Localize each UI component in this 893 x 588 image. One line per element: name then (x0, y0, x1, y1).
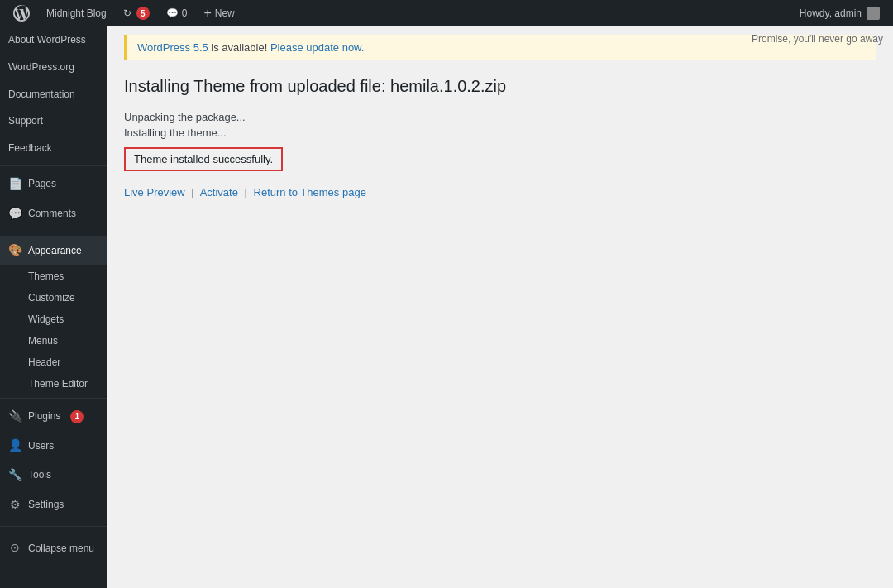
wporg-label: WordPress.org (8, 60, 74, 74)
tools-label: Tools (28, 468, 51, 482)
themes-label: Themes (28, 270, 64, 282)
update-notice-wp-link[interactable]: WordPress 5.5 (137, 41, 208, 54)
collapse-label: Collapse menu (28, 542, 94, 556)
adminbar-updates[interactable]: ↻ 5 (117, 0, 156, 26)
main-content: Promise, you'll never go away WordPress … (107, 26, 893, 588)
comments-count: 0 (182, 7, 188, 19)
settings-label: Settings (28, 498, 64, 512)
sidebar-item-tools[interactable]: 🔧 Tools (0, 461, 107, 490)
sidebar-subitem-customize[interactable]: Customize (0, 287, 107, 308)
plus-icon: + (203, 6, 211, 21)
adminbar-new[interactable]: + New (197, 0, 241, 26)
adminbar-wp-logo[interactable] (7, 0, 36, 26)
pages-label: Pages (28, 177, 56, 191)
separator1: | (191, 186, 193, 198)
new-label: New (215, 7, 235, 19)
sidebar-item-users[interactable]: 👤 Users (0, 431, 107, 461)
return-themes-link[interactable]: Return to Themes page (254, 186, 366, 198)
adminbar-site-name[interactable]: Midnight Blog (40, 0, 113, 26)
settings-icon: ⚙ (8, 497, 21, 514)
plugins-icon: 🔌 (8, 409, 21, 425)
sidebar-subitem-menus[interactable]: Menus (0, 330, 107, 351)
users-icon: 👤 (8, 437, 21, 454)
promise-notice: Promise, you'll never go away (742, 26, 893, 51)
sidebar-item-documentation[interactable]: Documentation (0, 81, 107, 108)
updates-count: 5 (136, 7, 150, 20)
sidebar-divider1 (0, 165, 107, 166)
appearance-label: Appearance (28, 244, 82, 258)
install-log: Unpacking the package... Installing the … (107, 104, 893, 179)
adminbar-comments[interactable]: 💬 0 (160, 0, 194, 26)
plugins-badge: 1 (70, 410, 84, 423)
appearance-icon: 🎨 (8, 242, 21, 259)
sidebar-subitem-widgets[interactable]: Widgets (0, 308, 107, 330)
page-title: Installing Theme from uploaded file: hem… (107, 69, 893, 104)
sidebar-divider3 (0, 398, 107, 399)
feedback-label: Feedback (8, 141, 52, 155)
action-links: Live Preview | Activate | Return to Them… (107, 179, 893, 205)
sidebar-item-support[interactable]: Support (0, 108, 107, 135)
site-name-label: Midnight Blog (46, 7, 107, 19)
comments-menu-label: Comments (28, 207, 76, 221)
sidebar-item-plugins[interactable]: 🔌 Plugins 1 (0, 402, 107, 432)
sidebar-item-appearance[interactable]: 🎨 Appearance (0, 236, 107, 265)
documentation-label: Documentation (8, 88, 75, 102)
log-line-install: Installing the theme... (124, 127, 876, 139)
admin-bar: Midnight Blog ↻ 5 💬 0 + New Howdy, admin (0, 0, 893, 26)
sidebar-item-settings[interactable]: ⚙ Settings (0, 490, 107, 520)
activate-link[interactable]: Activate (200, 186, 238, 198)
customize-label: Customize (28, 292, 75, 304)
sidebar-item-about-wp[interactable]: About WordPress (0, 26, 107, 54)
comments-menu-icon: 💬 (8, 206, 21, 222)
sidebar-item-comments[interactable]: 💬 Comments (0, 199, 107, 229)
sidebar-divider2 (0, 232, 107, 232)
update-now-link[interactable]: Please update now. (270, 41, 364, 54)
sidebar-collapse[interactable]: ⊙ Collapse menu (0, 533, 107, 563)
header-label: Header (28, 356, 60, 368)
support-label: Support (8, 114, 43, 128)
plugins-label: Plugins (28, 409, 60, 423)
tools-icon: 🔧 (8, 467, 21, 484)
sidebar-subitem-theme-editor[interactable]: Theme Editor (0, 373, 107, 394)
howdy-label: Howdy, admin (800, 7, 862, 19)
menus-label: Menus (28, 335, 58, 347)
updates-icon: ↻ (123, 7, 131, 19)
about-wp-label: About WordPress (8, 33, 86, 47)
sidebar-subitem-themes[interactable]: Themes (0, 265, 107, 287)
success-message: Theme installed successfully. (124, 147, 283, 171)
adminbar-user[interactable]: Howdy, admin (793, 7, 886, 20)
comments-icon: 💬 (166, 7, 179, 19)
sidebar-divider4 (0, 526, 107, 527)
log-line-unpack: Unpacking the package... (124, 111, 876, 123)
sidebar-item-wporg[interactable]: WordPress.org (0, 54, 107, 81)
live-preview-link[interactable]: Live Preview (124, 186, 185, 198)
sidebar-item-pages[interactable]: 📄 Pages (0, 170, 107, 199)
pages-icon: 📄 (8, 176, 21, 193)
avatar (867, 7, 880, 20)
sidebar: About WordPress WordPress.org Documentat… (0, 26, 107, 588)
separator2: | (245, 186, 247, 198)
theme-editor-label: Theme Editor (28, 378, 88, 390)
collapse-icon: ⊙ (8, 540, 21, 557)
widgets-label: Widgets (28, 313, 64, 325)
users-label: Users (28, 439, 54, 453)
update-notice-text: is available! (208, 41, 268, 54)
sidebar-item-feedback[interactable]: Feedback (0, 135, 107, 162)
sidebar-subitem-header[interactable]: Header (0, 351, 107, 373)
